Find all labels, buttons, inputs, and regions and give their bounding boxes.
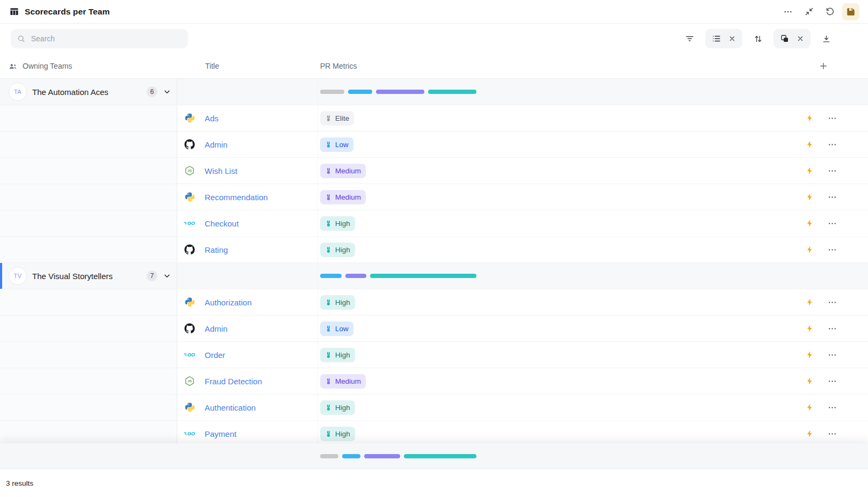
column-header-owning-teams[interactable]: Owning Teams [0,54,177,78]
lightning-icon[interactable] [806,218,814,228]
row-teams-cell [0,316,177,341]
search-input[interactable] [30,34,182,43]
row-metrics-cell: High [318,210,782,236]
medal-icon [325,325,332,332]
table-row[interactable]: AdminLow [0,131,868,158]
svg-text:GO: GO [187,431,195,436]
scorecard-badge: Elite [320,111,354,126]
clear-group-button[interactable] [797,35,804,42]
table-row[interactable]: AdsElite [0,105,868,131]
close-icon [797,35,804,42]
row-metrics-cell: High [318,342,782,368]
table-row[interactable]: JSWish ListMedium [0,158,868,184]
row-menu-button[interactable] [828,377,837,386]
lightning-icon[interactable] [806,324,814,333]
lightning-icon[interactable] [806,376,814,386]
lightning-icon[interactable] [806,403,814,412]
entity-link[interactable]: Fraud Detection [205,377,262,386]
download-button[interactable] [818,30,835,47]
row-menu-button[interactable] [828,298,837,307]
scorecard-badge: High [320,216,355,231]
sort-icon [754,34,763,43]
add-property-button[interactable] [782,54,868,78]
row-menu-button[interactable] [828,403,837,412]
collapse-button[interactable] [800,3,818,20]
lightning-icon[interactable] [806,166,814,176]
row-menu-button[interactable] [828,140,837,149]
row-menu-button[interactable] [828,114,837,123]
row-teams-cell [0,210,177,236]
download-icon [822,34,831,43]
entity-link[interactable]: Recommendation [205,193,268,202]
sort-button[interactable] [749,30,766,47]
lightning-icon[interactable] [806,140,814,149]
column-header-title[interactable]: Title [177,54,318,78]
entity-link[interactable]: Admin [205,140,228,149]
badge-label: Elite [335,114,349,122]
nodejs-icon: JS [184,376,196,386]
table-row[interactable]: RecommendationMedium [0,184,868,210]
manage-properties-button[interactable] [712,34,721,43]
column-header-pr-metrics[interactable]: PR Metrics [318,54,782,78]
row-title-cell: Recommendation [177,184,318,210]
medal-icon [325,430,332,437]
group-row[interactable]: TVThe Visual Storytellers7 [0,263,868,289]
entity-link[interactable]: Checkout [205,219,238,228]
medal-icon [325,246,332,253]
entity-link[interactable]: Ads [205,114,219,123]
more-options-button[interactable] [779,3,797,20]
badge-label: High [335,351,350,359]
save-button[interactable] [842,3,859,20]
row-menu-button[interactable] [828,166,837,176]
table-row[interactable]: GOCheckoutHigh [0,210,868,237]
entity-link[interactable]: Authentication [205,403,256,412]
table-row[interactable]: JSFraud DetectionMedium [0,368,868,394]
table-row[interactable]: AuthorizationHigh [0,289,868,316]
lightning-icon[interactable] [806,297,814,307]
team-avatar: TV [9,267,27,285]
properties-control [705,29,742,48]
group-metrics-cell [318,263,782,289]
entity-link[interactable]: Order [205,350,225,360]
lightning-icon[interactable] [806,245,814,254]
search-box[interactable] [11,29,188,48]
page-title: Scorecards per Team [25,7,110,17]
row-teams-cell [0,289,177,315]
lightning-icon[interactable] [806,429,814,438]
row-metrics-cell: High [318,394,782,420]
pinned-teams-cell [0,443,177,469]
row-menu-button[interactable] [828,219,837,228]
table-row[interactable]: GOOrderHigh [0,342,868,368]
chevron-down-icon[interactable] [163,272,171,280]
row-menu-button[interactable] [828,193,837,202]
group-row[interactable]: TAThe Automation Aces6 [0,79,868,105]
badge-label: High [335,246,350,254]
row-metrics-cell: High [318,289,782,315]
entity-link[interactable]: Wish List [205,166,237,176]
group-by-button[interactable] [780,34,790,43]
filter-button[interactable] [681,30,698,47]
svg-text:JS: JS [187,379,192,383]
table-row[interactable]: AuthenticationHigh [0,394,868,421]
entity-link[interactable]: Rating [205,245,228,254]
chevron-down-icon[interactable] [163,87,171,96]
lightning-icon[interactable] [806,192,814,202]
search-icon [17,34,25,43]
row-menu-button[interactable] [828,245,837,254]
entity-link[interactable]: Admin [205,324,228,333]
table-row[interactable]: AdminLow [0,316,868,342]
entity-link[interactable]: Authorization [205,298,252,307]
entity-link[interactable]: Payment [205,429,236,438]
lightning-icon[interactable] [806,113,814,123]
reset-button[interactable] [821,3,838,20]
row-menu-button[interactable] [828,324,837,333]
pinned-group-row[interactable] [0,443,868,469]
ellipsis-icon [783,7,793,17]
row-teams-cell [0,105,177,131]
table-row[interactable]: RatingHigh [0,237,868,263]
lightning-icon[interactable] [806,350,814,360]
row-menu-button[interactable] [828,429,837,438]
clear-properties-button[interactable] [728,35,736,42]
medal-icon [325,378,332,385]
row-menu-button[interactable] [828,350,837,360]
